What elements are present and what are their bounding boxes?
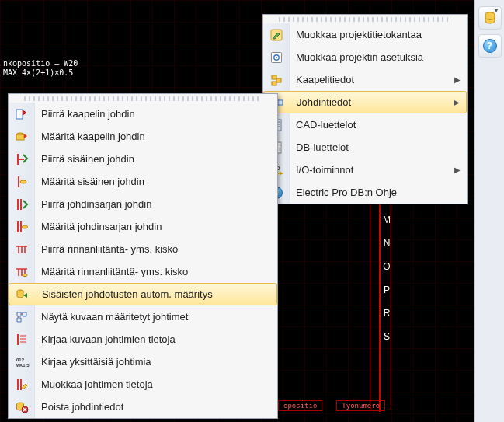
menu-maarita-rinnanliitanta-kisko[interactable]: Määritä rinnanliitäntä- yms. kisko <box>9 260 277 283</box>
menu-item-label: Piirrä sisäinen johdin <box>41 153 271 165</box>
menu-maarita-johdinsarjan-johdin[interactable]: Määritä johdinsarjan johdin <box>9 215 277 238</box>
menu-item-label: Määritä johdinsarjan johdin <box>41 221 271 232</box>
menu-item-label: Kaapelitiedot <box>296 74 450 85</box>
cad-letter: N <box>381 238 393 249</box>
menu-item-label: Kirjaa kuvaan johtimien tietoja <box>41 333 271 345</box>
menu-item-label: Poista johdintiedot <box>41 401 271 413</box>
cad-letter: S <box>381 331 393 342</box>
menu-grip <box>24 96 262 101</box>
annotate-wires-icon <box>9 328 35 351</box>
draw-cable-wire-icon <box>9 103 35 125</box>
svg-text:012: 012 <box>16 357 25 362</box>
draw-internal-wire-icon <box>9 148 35 170</box>
menu-kirjaa-kuvaan-johtimien-tietoja[interactable]: Kirjaa kuvaan johtimien tietoja <box>9 328 277 351</box>
menu-item-label: DB-luettelot <box>296 141 461 153</box>
draw-wire-series-icon <box>9 193 35 215</box>
cad-letter: M <box>381 214 393 225</box>
auto-wiring-icon <box>9 284 36 305</box>
show-wires-icon <box>9 305 35 328</box>
cad-row-letters: M N O P R S <box>381 202 393 354</box>
chevron-right-icon: ▶ <box>454 166 461 174</box>
menu-item-label: Piirrä rinnanliitäntä- yms. kisko <box>41 243 271 255</box>
menu-kaapelitiedot[interactable]: Kaapelitiedot ▶ <box>263 68 467 91</box>
menu-maarita-kaapelin-johdin[interactable]: Määritä kaapelin johdin <box>9 125 277 148</box>
chevron-right-icon: ▶ <box>454 75 461 84</box>
svg-rect-9 <box>278 100 283 105</box>
menu-io-toiminnot[interactable]: I/O I/O-toiminnot ▶ <box>263 159 467 181</box>
svg-point-4 <box>276 57 277 58</box>
svg-point-21 <box>22 225 27 228</box>
delete-wire-icon <box>9 396 35 418</box>
right-toolbar: ▼ ? <box>474 0 504 422</box>
define-internal-wire-icon <box>9 170 35 193</box>
define-cable-wire-icon <box>9 125 35 148</box>
menu-kirjaa-yksittaisia-johtimia[interactable]: 012MK1,5 Kirjaa yksittäisiä johtimia <box>9 351 277 373</box>
menu-item-label: Näytä kuvaan määritetyt johtimet <box>41 311 271 323</box>
menu-maarita-sisainen-johdin[interactable]: Määritä sisäinen johdin <box>9 170 277 193</box>
svg-rect-5 <box>272 75 276 79</box>
svg-rect-19 <box>16 134 24 140</box>
menu-sisaisten-johdotus-autom[interactable]: Sisäisten johdotusten autom. määritys <box>9 283 277 305</box>
svg-text:MK1,5: MK1,5 <box>16 363 30 368</box>
cad-bottom-label: Työnumero <box>336 400 385 411</box>
svg-rect-7 <box>272 82 276 85</box>
svg-point-22 <box>23 274 27 276</box>
draw-busbar-icon <box>9 238 35 260</box>
cad-bottom-labels: opositio Työnumero <box>278 400 385 411</box>
cable-data-icon <box>263 68 290 91</box>
cad-letter: O <box>381 261 393 272</box>
menu-item-label: Piirrä kaapelin johdin <box>41 108 271 120</box>
menu-piirra-kaapelin-johdin[interactable]: Piirrä kaapelin johdin <box>9 103 277 125</box>
settings-icon <box>263 46 290 68</box>
cad-letter: R <box>381 308 393 319</box>
menu-item-label: Kirjaa yksittäisiä johtimia <box>41 356 271 368</box>
cad-letter: P <box>381 284 393 295</box>
database-button[interactable]: ▼ <box>478 6 502 30</box>
menu-poista-johdintiedot[interactable]: Poista johdintiedot <box>9 396 277 418</box>
menu-item-label: Piirrä johdinsarjan johdin <box>41 198 271 210</box>
menu-item-label: Sisäisten johdotusten autom. määritys <box>42 288 270 300</box>
menu-item-label: I/O-toiminnot <box>296 164 450 176</box>
svg-point-20 <box>20 180 26 183</box>
menu-item-label: Muokkaa projektin asetuksia <box>296 51 461 63</box>
svg-rect-17 <box>16 110 23 119</box>
help-button[interactable]: ? <box>478 34 502 58</box>
menu-nayta-kuvaan-johtimet[interactable]: Näytä kuvaan määritetyt johtimet <box>9 305 277 328</box>
annotate-single-wire-icon: 012MK1,5 <box>9 351 35 373</box>
edit-wire-icon <box>9 373 35 396</box>
chevron-down-icon: ▼ <box>494 8 499 13</box>
menu-cad-luettelot[interactable]: CAD-luettelot <box>263 113 467 136</box>
menu-johdintiedot[interactable]: Johdintiedot ▶ <box>263 91 467 113</box>
menu-grip <box>279 17 451 22</box>
menu-item-label: CAD-luettelot <box>296 119 461 131</box>
menu-item-label: Määritä sisäinen johdin <box>41 176 271 187</box>
edit-db-icon <box>263 23 290 46</box>
define-busbar-icon <box>9 260 35 283</box>
help-icon: ? <box>483 39 497 53</box>
define-wire-series-icon <box>9 215 35 238</box>
chevron-right-icon: ▶ <box>454 98 460 106</box>
menu-item-label: Määritä rinnanliitäntä- yms. kisko <box>41 266 271 277</box>
menu-piirra-rinnanliitanta-kisko[interactable]: Piirrä rinnanliitäntä- yms. kisko <box>9 238 277 260</box>
menu-item-label: Muokkaa projektitietokantaa <box>296 29 461 40</box>
top-context-menu: Muokkaa projektitietokantaa Muokkaa proj… <box>262 14 468 204</box>
menu-electric-pro-help[interactable]: ? Electric Pro DB:n Ohje <box>263 181 467 204</box>
svg-rect-6 <box>276 78 281 82</box>
status-text: nkopositio — W20 MAX 4×(2+1)×0.5 <box>3 59 78 78</box>
menu-item-label: Johdintiedot <box>297 96 449 108</box>
status-line-1: nkopositio — W20 <box>3 59 78 68</box>
menu-muokkaa-johtimen-tietoja[interactable]: Muokkaa johtimen tietoja <box>9 373 277 396</box>
menu-edit-project-db[interactable]: Muokkaa projektitietokantaa <box>263 23 467 46</box>
cad-bottom-label: opositio <box>278 400 322 411</box>
menu-edit-project-settings[interactable]: Muokkaa projektin asetuksia <box>263 46 467 68</box>
menu-db-luettelot[interactable]: RPT DB-luettelot <box>263 136 467 159</box>
menu-item-label: Määritä kaapelin johdin <box>41 131 271 142</box>
status-line-2: MAX 4×(2+1)×0.5 <box>3 68 78 78</box>
menu-item-label: Electric Pro DB:n Ohje <box>296 187 461 198</box>
menu-piirra-sisainen-johdin[interactable]: Piirrä sisäinen johdin <box>9 148 277 170</box>
menu-piirra-johdinsarjan-johdin[interactable]: Piirrä johdinsarjan johdin <box>9 193 277 215</box>
menu-item-label: Muokkaa johtimen tietoja <box>41 378 271 390</box>
johdintiedot-submenu: Piirrä kaapelin johdin Määritä kaapelin … <box>8 93 278 419</box>
database-icon <box>484 12 496 24</box>
